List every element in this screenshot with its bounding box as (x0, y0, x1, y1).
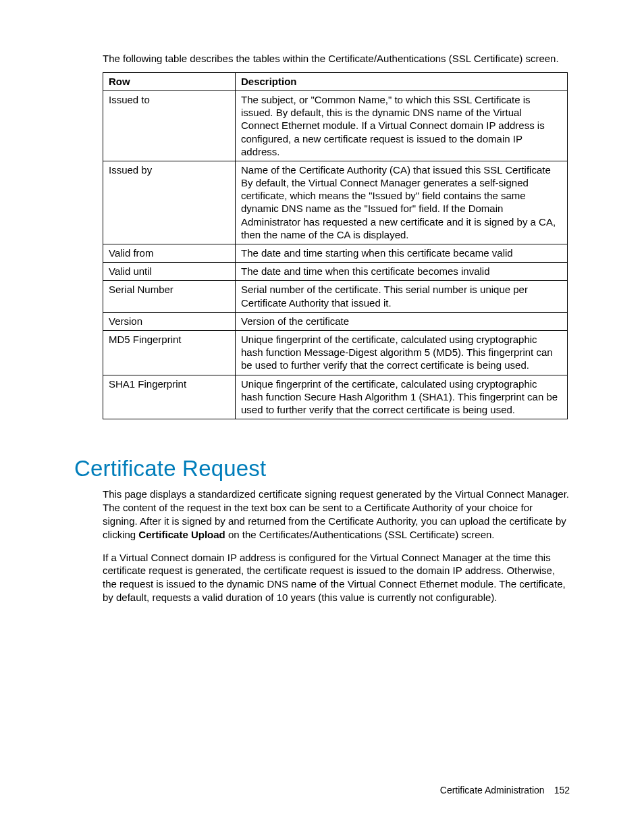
cell-description: Name of the Certificate Authority (CA) t… (236, 161, 568, 244)
cell-row-name: Version (103, 312, 236, 330)
section-paragraph-1: This page displays a standardized certif… (103, 488, 570, 541)
section-paragraph-2: If a Virtual Connect domain IP address i… (103, 551, 570, 604)
table-row: Serial Number Serial number of the certi… (103, 281, 568, 312)
para1-bold: Certificate Upload (138, 529, 225, 540)
col-header-row: Row (103, 72, 236, 90)
cell-row-name: Issued by (103, 161, 236, 244)
intro-paragraph: The following table describes the tables… (103, 53, 570, 66)
cell-description: The date and time starting when this cer… (236, 244, 568, 263)
col-header-description: Description (236, 72, 568, 90)
table-row: SHA1 Fingerprint Unique fingerprint of t… (103, 375, 568, 419)
cell-row-name: Valid until (103, 263, 236, 281)
cell-description: Serial number of the certificate. This s… (236, 281, 568, 312)
page-container: The following table describes the tables… (0, 0, 644, 834)
cell-description: Unique fingerprint of the certificate, c… (236, 330, 568, 375)
cell-description: The subject, or "Common Name," to which … (236, 90, 568, 161)
table-row: Issued by Name of the Certificate Author… (103, 161, 568, 244)
footer-section-name: Certificate Administration (440, 785, 545, 796)
table-row: Valid until The date and time when this … (103, 263, 568, 281)
footer-page-number: 152 (554, 785, 570, 796)
section-heading-certificate-request: Certificate Request (74, 454, 570, 482)
table-row: Issued to The subject, or "Common Name,"… (103, 90, 568, 161)
para1-post: on the Certificates/Authentications (SSL… (225, 529, 495, 540)
cell-description: Version of the certificate (236, 312, 568, 330)
table-header-row: Row Description (103, 72, 568, 90)
cell-row-name: Valid from (103, 244, 236, 263)
cell-description: Unique fingerprint of the certificate, c… (236, 375, 568, 419)
cell-row-name: SHA1 Fingerprint (103, 375, 236, 419)
cell-row-name: MD5 Fingerprint (103, 330, 236, 375)
page-footer: Certificate Administration152 (440, 785, 570, 797)
certificate-fields-table: Row Description Issued to The subject, o… (103, 72, 568, 419)
cell-row-name: Serial Number (103, 281, 236, 312)
cell-row-name: Issued to (103, 90, 236, 161)
cell-description: The date and time when this certificate … (236, 263, 568, 281)
table-row: Version Version of the certificate (103, 312, 568, 330)
table-row: Valid from The date and time starting wh… (103, 244, 568, 263)
table-row: MD5 Fingerprint Unique fingerprint of th… (103, 330, 568, 375)
